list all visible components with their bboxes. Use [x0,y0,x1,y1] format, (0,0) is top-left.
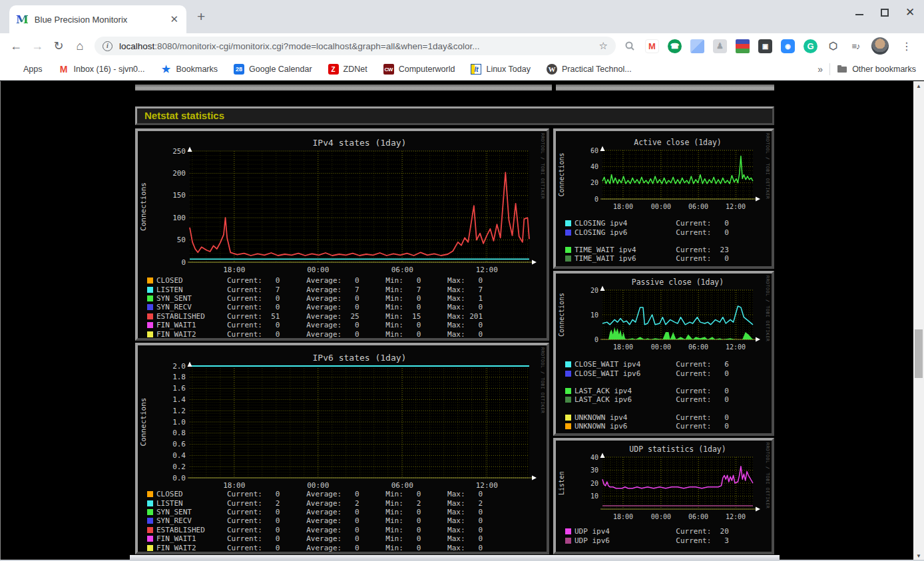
legend-row-udp-ipv4: UDP ipv4 Current: 20 [565,527,772,536]
legend-row-last-ack-ipv6: LAST_ACK ipv6 Current: 0 [565,395,772,404]
legend-color-swatch [565,423,571,429]
rrdtool-watermark: RRDTOOL / TOBI OETIKER [540,133,545,199]
legend-color-swatch [147,518,153,524]
legend-text: SYN_RECV Current: 0 Average: 0 Min: 0 Ma… [156,303,483,311]
hangouts-extension-icon[interactable]: ☎ [668,39,682,53]
svg-text:200: 200 [172,169,186,178]
svg-text:00:00: 00:00 [307,266,329,274]
chart-title: UDP statistics (1day) [629,445,726,454]
legend-text: UDP ipv6 Current: 3 [575,536,729,545]
svg-text:0: 0 [181,258,186,267]
back-button[interactable]: ← [5,39,27,53]
tab-close-icon[interactable]: ✕ [168,13,180,25]
scrollbar-thumb[interactable] [915,329,923,378]
legend-color-swatch [565,371,571,377]
bookmark-item-bookmarks[interactable]: ★Bookmarks [161,64,218,75]
playlist-extension-icon[interactable]: ≡♪ [849,39,863,53]
gmail-extension-icon[interactable]: M [645,39,659,53]
legend-color-swatch [147,509,153,515]
window-minimize-button[interactable] [855,8,864,17]
bookmark-label: Apps [23,65,43,74]
legend-row-unknown-ipv6: UNKNOWN ipv6 Current: 0 [565,422,772,431]
home-button[interactable]: ⌂ [69,39,91,53]
window-close-button[interactable]: ✕ [905,8,915,17]
rrdtool-watermark: RRDTOOL / TOBI OETIKER [540,347,545,413]
ipv6-states-chart: 0.00.20.40.60.81.01.21.41.61.82.018:0000… [138,345,547,490]
svg-text:00:00: 00:00 [307,481,329,490]
legend-text: CLOSED Current: 0 Average: 0 Min: 0 Max:… [156,276,483,285]
bookmark-item-zdnet[interactable]: ZZDNet [328,64,367,75]
legend-text: TIME_WAIT ipv6 Current: 0 [575,254,729,263]
bookmark-label: Computerworld [399,65,455,74]
svg-text:1.2: 1.2 [172,407,186,415]
svg-text:20: 20 [590,179,598,186]
bookmark-item-practical-technol[interactable]: WPractical Technol... [547,64,632,75]
svg-text:06:00: 06:00 [391,266,413,274]
svg-text:150: 150 [172,191,186,200]
svg-text:18:00: 18:00 [613,203,633,210]
browser-toolbar: ← → ↻ ⌂ i localhost:8080/monitorix-cgi/m… [0,33,924,59]
svg-text:60: 60 [590,147,598,154]
new-tab-button[interactable]: + [197,9,205,25]
copy-pages-extension-icon[interactable] [690,39,704,53]
profile-avatar[interactable] [871,37,889,55]
bookmark-item-computerworld[interactable]: CWComputerworld [383,64,455,75]
legend-color-swatch [147,295,153,301]
legend-row-syn-recv: SYN_RECV Current: 0 Average: 0 Min: 0 Ma… [147,516,547,525]
section-title: Netstat statistics [135,106,774,125]
window-left-edge [0,81,1,561]
bookmark-item-linux-today[interactable]: ltLinux Today [471,64,531,75]
legend-row-close-wait-ipv4: CLOSE_WAIT ipv4 Current: 6 [565,360,772,369]
legend-text: TIME_WAIT ipv4 Current: 23 [575,246,729,254]
forward-button[interactable]: → [27,39,48,53]
svg-text:100: 100 [172,214,186,222]
chart-panel-passive-close: 0102018:0000:0006:0012:00Passive close (… [553,271,774,436]
books-extension-icon[interactable] [736,39,750,53]
svg-text:12:00: 12:00 [726,513,746,520]
chart-y-axis-label: Connections [139,182,148,231]
url-text[interactable]: localhost:8080/monitorix-cgi/monitorix.c… [119,41,479,51]
url-host: localhost [119,41,154,51]
chart-panel-ipv4-states: 05010015020025018:0000:0006:0012:00IPv4 … [135,128,549,341]
page-scrollbar[interactable]: ▲ ▼ [913,81,924,561]
url-bar[interactable]: i localhost:8080/monitorix-cgi/monitorix… [95,37,616,55]
legend-text: FIN_WAIT1 Current: 0 Average: 0 Min: 0 M… [156,321,483,329]
svg-text:40: 40 [590,454,598,461]
search-extension-icon[interactable] [622,39,636,53]
bookmark-item-google-calendar[interactable]: 28Google Calendar [234,64,312,75]
grammarly-extension-icon[interactable]: G [804,39,817,53]
legend-color-swatch [147,313,153,319]
legend-text: CLOSE_WAIT ipv6 Current: 0 [575,369,729,378]
browser-tab[interactable]: M Blue Precision Monitorix ✕ [9,5,186,33]
camera-extension-icon[interactable]: ◉ [781,39,795,53]
bookmark-item-inbox-16-sjvn0[interactable]: MInbox (16) - sjvn0... [59,64,145,75]
extensions-puzzle-icon[interactable]: ⬡ [826,39,840,53]
bookmark-item-apps[interactable]: Apps [8,64,43,75]
legend-color-swatch [565,256,571,262]
ipv4-legend: CLOSED Current: 0 Average: 0 Min: 0 Max:… [138,276,547,339]
window-maximize-button[interactable] [880,8,889,17]
other-bookmarks-button[interactable]: Other bookmarks [837,64,916,75]
legend-row-listen: LISTEN Current: 7 Average: 7 Min: 7 Max:… [147,285,547,293]
legend-row-udp-ipv6: UDP ipv6 Current: 3 [565,536,772,544]
svg-text:0.2: 0.2 [172,463,186,471]
dark-extension-icon[interactable]: ▣ [758,39,772,53]
tab-title: Blue Precision Monitorix [35,15,169,25]
site-info-icon[interactable]: i [103,41,113,51]
svg-text:1.8: 1.8 [172,373,186,381]
grey-extension-icon[interactable]: ♟ [713,39,727,53]
bookmarks-overflow-icon[interactable]: » [817,64,823,75]
browser-menu-icon[interactable]: ⋮ [897,40,916,53]
scrollbar-up-arrow[interactable]: ▲ [913,81,924,91]
bookmark-star-icon[interactable]: ☆ [599,40,608,52]
svg-text:0: 0 [594,196,598,203]
legend-text: LAST_ACK ipv4 Current: 0 [575,387,729,395]
legend-text: FIN_WAIT1 Current: 0 Average: 0 Min: 0 M… [156,534,483,543]
svg-text:0.0: 0.0 [172,474,186,482]
reload-button[interactable]: ↻ [48,39,69,53]
monitorix-favicon: M [16,13,29,26]
chart-title: IPv6 states (1day) [313,353,407,363]
legend-color-swatch [147,304,153,310]
legend-text: SYN_SENT Current: 0 Average: 0 Min: 0 Ma… [156,508,483,516]
rrdtool-watermark: RRDTOOL / TOBI OETIKER [765,133,770,199]
